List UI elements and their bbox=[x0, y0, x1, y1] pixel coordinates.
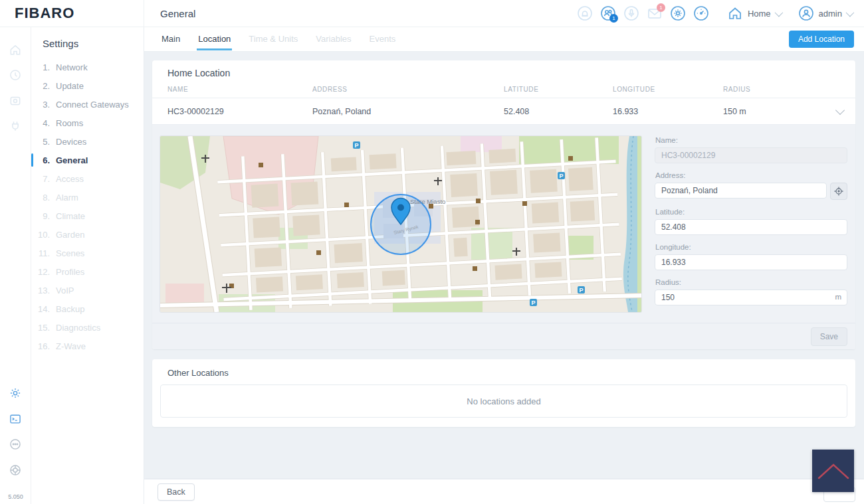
gauge-icon[interactable] bbox=[693, 5, 710, 22]
users-icon[interactable]: 1 bbox=[599, 5, 617, 22]
home-icon bbox=[726, 5, 744, 22]
other-locations-empty-box: No locations added bbox=[160, 384, 847, 418]
latitude-field[interactable] bbox=[655, 219, 847, 235]
column-address: ADDRESS bbox=[312, 82, 504, 98]
sidebar-item-profiles[interactable]: 12.Profiles bbox=[31, 262, 144, 281]
longitude-field[interactable] bbox=[655, 254, 847, 270]
add-location-button[interactable]: Add Location bbox=[789, 31, 854, 48]
cell-address: Poznań, Poland bbox=[312, 107, 504, 116]
column-latitude: LATITUDE bbox=[504, 82, 613, 98]
locate-button[interactable] bbox=[830, 183, 847, 200]
sidebar-item-climate[interactable]: 9.Climate bbox=[31, 207, 144, 225]
cell-latitude: 52.408 bbox=[504, 107, 613, 116]
fibaro-app: FIBARO General 1 1 bbox=[0, 0, 864, 504]
home-location-card: Home Location NAME ADDRESS LATITUDE LONG… bbox=[152, 60, 855, 349]
camera-icon[interactable] bbox=[8, 94, 23, 108]
tab-main[interactable]: Main bbox=[160, 28, 181, 50]
home-icon[interactable] bbox=[8, 42, 23, 57]
tab-bar: Main Location Time & Units Variables Eve… bbox=[144, 27, 864, 52]
chevron-up-icon bbox=[816, 461, 851, 481]
history-icon[interactable] bbox=[8, 68, 23, 82]
longitude-label: Longitude: bbox=[655, 243, 847, 251]
table-row[interactable]: HC3-00002129 Poznań, Poland 52.408 16.93… bbox=[152, 98, 855, 125]
radius-field[interactable] bbox=[655, 290, 847, 305]
tab-time-units[interactable]: Time & Units bbox=[247, 28, 299, 50]
sidebar-list: 1.Network 2.Update 3.Connect Gateways 4.… bbox=[31, 58, 144, 355]
sidebar-item-scenes[interactable]: 11.Scenes bbox=[31, 244, 144, 262]
version-label: 5.050 bbox=[0, 493, 31, 500]
sidebar-item-devices[interactable]: 5.Devices bbox=[31, 132, 144, 151]
home-location-title: Home Location bbox=[152, 60, 855, 82]
radius-unit: m bbox=[835, 293, 841, 301]
table-header: NAME ADDRESS LATITUDE LONGITUDE RADIUS bbox=[152, 82, 855, 98]
tab-variables[interactable]: Variables bbox=[314, 28, 352, 50]
user-menu[interactable]: admin bbox=[798, 5, 852, 22]
user-avatar-icon bbox=[798, 5, 815, 22]
column-name: NAME bbox=[167, 82, 312, 98]
other-locations-title: Other Locations bbox=[167, 368, 847, 378]
address-field[interactable] bbox=[655, 183, 827, 199]
gear-icon[interactable] bbox=[8, 386, 23, 400]
empty-state-text: No locations added bbox=[467, 396, 540, 406]
sidebar-item-general[interactable]: 6.General bbox=[31, 151, 144, 169]
name-label: Name: bbox=[655, 136, 847, 144]
microphone-icon[interactable] bbox=[623, 5, 640, 22]
terminal-icon[interactable] bbox=[8, 412, 23, 426]
logo-box: FIBARO bbox=[0, 0, 144, 27]
column-longitude: LONGITUDE bbox=[613, 82, 723, 98]
location-detail-panel: P P P P Stare Miasto Stary Rynek bbox=[152, 125, 855, 323]
tab-location[interactable]: Location bbox=[197, 28, 232, 50]
scroll-top-widget[interactable] bbox=[812, 450, 854, 492]
page-title: General bbox=[160, 8, 195, 19]
svg-text:P: P bbox=[354, 142, 358, 149]
icon-rail: 5.050 bbox=[0, 27, 31, 504]
lifebuoy-icon[interactable] bbox=[8, 463, 23, 477]
svg-text:P: P bbox=[579, 287, 583, 294]
address-label: Address: bbox=[655, 171, 847, 179]
sidebar-item-zwave[interactable]: 16.Z-Wave bbox=[31, 337, 144, 355]
users-badge: 1 bbox=[609, 14, 618, 23]
sidebar-item-update[interactable]: 2.Update bbox=[31, 76, 144, 95]
footer-bar: Back bbox=[144, 479, 864, 504]
location-map[interactable]: P P P P Stare Miasto Stary Rynek bbox=[160, 136, 641, 312]
home-selector[interactable]: Home bbox=[726, 5, 781, 22]
save-row: Save bbox=[152, 323, 855, 349]
siren-icon[interactable] bbox=[576, 5, 594, 22]
sidebar-item-access[interactable]: 7.Access bbox=[31, 169, 144, 188]
sidebar-item-backup[interactable]: 14.Backup bbox=[31, 299, 144, 318]
column-radius: RADIUS bbox=[723, 82, 829, 98]
map-label-district: Stare Miasto bbox=[410, 198, 445, 205]
other-locations-card: Other Locations No locations added bbox=[152, 359, 855, 427]
settings-sidebar: Settings 1.Network 2.Update 3.Connect Ga… bbox=[31, 27, 144, 504]
envelope-icon[interactable]: 1 bbox=[646, 5, 663, 22]
home-label: Home bbox=[748, 9, 771, 19]
latitude-label: Latitude: bbox=[655, 208, 847, 216]
back-button[interactable]: Back bbox=[158, 483, 195, 501]
chevron-down-icon bbox=[846, 8, 855, 17]
sidebar-heading: Settings bbox=[31, 27, 144, 49]
cell-name: HC3-00002129 bbox=[167, 107, 312, 116]
devices-icon[interactable] bbox=[8, 119, 23, 133]
tab-events[interactable]: Events bbox=[368, 28, 397, 50]
active-indicator bbox=[31, 153, 33, 167]
row-collapse-chevron-icon[interactable] bbox=[835, 105, 845, 114]
main-content: Main Location Time & Units Variables Eve… bbox=[144, 27, 864, 504]
sun-icon[interactable] bbox=[669, 5, 687, 22]
sidebar-item-voip[interactable]: 13.VoIP bbox=[31, 281, 144, 299]
sidebar-item-alarm[interactable]: 8.Alarm bbox=[31, 188, 144, 207]
sidebar-item-network[interactable]: 1.Network bbox=[31, 58, 144, 76]
location-form: Name: Address: Latitude: Longitude: Radi… bbox=[655, 136, 847, 312]
sidebar-item-rooms[interactable]: 4.Rooms bbox=[31, 114, 144, 132]
save-button[interactable]: Save bbox=[811, 327, 847, 346]
sidebar-item-diagnostics[interactable]: 15.Diagnostics bbox=[31, 318, 144, 337]
sidebar-item-connect-gateways[interactable]: 3.Connect Gateways bbox=[31, 95, 144, 114]
radius-label: Radius: bbox=[655, 278, 847, 286]
chevron-down-icon bbox=[774, 8, 783, 17]
name-field bbox=[655, 147, 847, 163]
svg-text:P: P bbox=[531, 299, 535, 306]
user-label: admin bbox=[819, 9, 842, 19]
fibaro-logo: FIBARO bbox=[15, 5, 74, 22]
messages-badge: 1 bbox=[657, 3, 665, 12]
support-icon[interactable] bbox=[8, 437, 23, 452]
sidebar-item-garden[interactable]: 10.Garden bbox=[31, 225, 144, 244]
